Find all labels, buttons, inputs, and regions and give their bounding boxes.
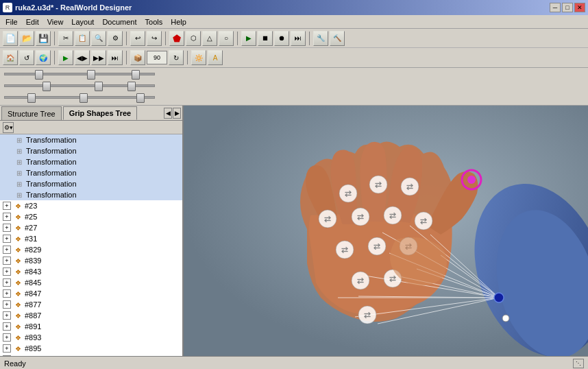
- tree-node-847[interactable]: + ❖ #847: [0, 288, 182, 299]
- view-btn-2[interactable]: ↺: [19, 50, 34, 65]
- expand-27[interactable]: +: [3, 224, 11, 232]
- expand-23[interactable]: +: [3, 202, 11, 210]
- tool-btn-12[interactable]: ⏹: [258, 31, 273, 46]
- tree-node-877[interactable]: + ❖ #877: [0, 299, 182, 310]
- tree-node-31[interactable]: + ❖ #31: [0, 233, 182, 244]
- expand-843[interactable]: +: [3, 267, 11, 276]
- tool-btn-16[interactable]: 🔨: [330, 31, 345, 46]
- tool-btn-7[interactable]: ⬟: [169, 31, 184, 46]
- tool-btn-15[interactable]: 🔧: [313, 31, 328, 46]
- minimize-button[interactable]: ─: [550, 3, 561, 12]
- slider-track-2[interactable]: [4, 84, 155, 87]
- tab-grip-shapes-tree[interactable]: Grip Shapes Tree: [63, 106, 137, 120]
- slider-thumb-3b[interactable]: [79, 93, 88, 103]
- tool-btn-10[interactable]: ○: [219, 31, 234, 46]
- menu-help[interactable]: Help: [167, 16, 191, 27]
- tree-transformation-2[interactable]: ⊞ Transformation: [0, 145, 182, 156]
- tool-btn-6[interactable]: ↪: [147, 31, 162, 46]
- tree-node-845[interactable]: + ❖ #845: [0, 277, 182, 288]
- menu-view[interactable]: View: [43, 16, 68, 27]
- tree-node-more[interactable]: + ❖ #8...: [0, 354, 182, 356]
- tool-btn-3[interactable]: 🔍: [91, 31, 106, 46]
- expand-877[interactable]: +: [3, 300, 11, 309]
- tool-btn-9[interactable]: △: [202, 31, 217, 46]
- tool-btn-1[interactable]: ✂: [58, 31, 73, 46]
- tree-node-843[interactable]: + ❖ #843: [0, 266, 182, 277]
- tree-node-887[interactable]: + ❖ #887: [0, 310, 182, 321]
- tree-transformation-1[interactable]: ⊞ Transformation: [0, 134, 182, 145]
- view-btn-6[interactable]: ▶▶: [91, 50, 106, 65]
- tree-node-839[interactable]: + ❖ #839: [0, 255, 182, 266]
- expand-893[interactable]: +: [3, 333, 11, 342]
- tool-btn-8[interactable]: ⬡: [186, 31, 201, 46]
- 3d-viewport[interactable]: ⇄ ⇄ ⇄ ⇄ ⇄: [184, 106, 588, 356]
- tree-node-25[interactable]: + ❖ #25: [0, 211, 182, 222]
- tree-transformation-5[interactable]: ⊞ Transformation: [0, 178, 182, 189]
- window-controls[interactable]: ─ □ ✕: [550, 3, 585, 12]
- menu-edit[interactable]: Edit: [22, 16, 43, 27]
- expand-847[interactable]: +: [3, 289, 11, 298]
- tab-prev-arrow[interactable]: ◀: [164, 108, 172, 119]
- new-button[interactable]: 📄: [3, 31, 18, 46]
- tree-node-893[interactable]: + ❖ #893: [0, 332, 182, 343]
- tool-btn-13[interactable]: ⏺: [274, 31, 289, 46]
- view-btn-7[interactable]: ⏭: [108, 50, 123, 65]
- tree-transformation-3[interactable]: ⊞ Transformation: [0, 156, 182, 167]
- expand-891[interactable]: +: [3, 322, 11, 331]
- slider-track-3[interactable]: [4, 96, 155, 99]
- svg-text:⇄: ⇄: [389, 274, 396, 283]
- expand-31[interactable]: +: [3, 235, 11, 243]
- tree-transformation-6[interactable]: ⊞ Transformation: [0, 189, 182, 200]
- slider-thumb-3a[interactable]: [27, 93, 36, 103]
- view-btn-11[interactable]: A: [208, 50, 223, 65]
- maximize-button[interactable]: □: [562, 3, 573, 12]
- tree-node-895[interactable]: + ❖ #895: [0, 343, 182, 354]
- menu-tools[interactable]: Tools: [141, 16, 167, 27]
- tree-settings-button[interactable]: ⚙▾: [3, 122, 14, 133]
- view-btn-4[interactable]: ▶: [58, 50, 73, 65]
- expand-895[interactable]: +: [3, 344, 11, 353]
- expand-829[interactable]: +: [3, 246, 11, 254]
- tree-content[interactable]: ⊞ Transformation ⊞ Transformation ⊞ Tran…: [0, 134, 182, 356]
- slider-thumb-2c[interactable]: [127, 82, 136, 91]
- expand-839[interactable]: +: [3, 257, 11, 265]
- slider-thumb-2b[interactable]: [95, 82, 103, 91]
- slider-track-1[interactable]: [4, 73, 155, 75]
- slider-thumb-1b[interactable]: [87, 70, 95, 80]
- view-btn-3[interactable]: 🌍: [36, 50, 51, 65]
- expand-25[interactable]: +: [3, 213, 11, 221]
- tool-btn-2[interactable]: 📋: [75, 31, 90, 46]
- angle-input[interactable]: 90: [147, 51, 167, 64]
- tool-btn-5[interactable]: ↩: [130, 31, 145, 46]
- menu-layout[interactable]: Layout: [67, 16, 98, 27]
- tool-btn-11[interactable]: ▶: [241, 31, 256, 46]
- expand-more[interactable]: +: [3, 355, 11, 356]
- slider-thumb-1a[interactable]: [35, 70, 43, 80]
- tree-node-27[interactable]: + ❖ #27: [0, 222, 182, 233]
- slider-thumb-1c[interactable]: [132, 70, 140, 80]
- tree-node-829[interactable]: + ❖ #829: [0, 244, 182, 255]
- close-button[interactable]: ✕: [574, 3, 585, 12]
- tree-node-891[interactable]: + ❖ #891: [0, 321, 182, 332]
- tree-node-23[interactable]: + ❖ #23: [0, 200, 182, 211]
- view-btn-1[interactable]: 🏠: [3, 50, 18, 65]
- node-icon-895: ❖: [12, 344, 23, 353]
- tool-btn-4[interactable]: ⚙: [108, 31, 123, 46]
- expand-845[interactable]: +: [3, 278, 11, 287]
- resize-grip[interactable]: ⋱: [573, 359, 584, 368]
- view-btn-9[interactable]: ↻: [169, 50, 184, 65]
- expand-887[interactable]: +: [3, 311, 11, 320]
- menu-document[interactable]: Document: [98, 16, 140, 27]
- menu-file[interactable]: File: [1, 16, 22, 27]
- slider-thumb-3c[interactable]: [136, 93, 145, 103]
- tree-transformation-4[interactable]: ⊞ Transformation: [0, 167, 182, 178]
- tool-btn-14[interactable]: ⏭: [291, 31, 306, 46]
- slider-thumb-2a[interactable]: [42, 82, 51, 91]
- open-button[interactable]: 📂: [19, 31, 34, 46]
- tab-structure-tree[interactable]: Structure Tree: [1, 106, 62, 120]
- view-btn-8[interactable]: 📦: [130, 50, 145, 65]
- tab-next-arrow[interactable]: ▶: [173, 108, 181, 119]
- view-btn-5[interactable]: ◀▶: [75, 50, 90, 65]
- save-button[interactable]: 💾: [36, 31, 51, 46]
- view-btn-10[interactable]: 🔆: [191, 50, 206, 65]
